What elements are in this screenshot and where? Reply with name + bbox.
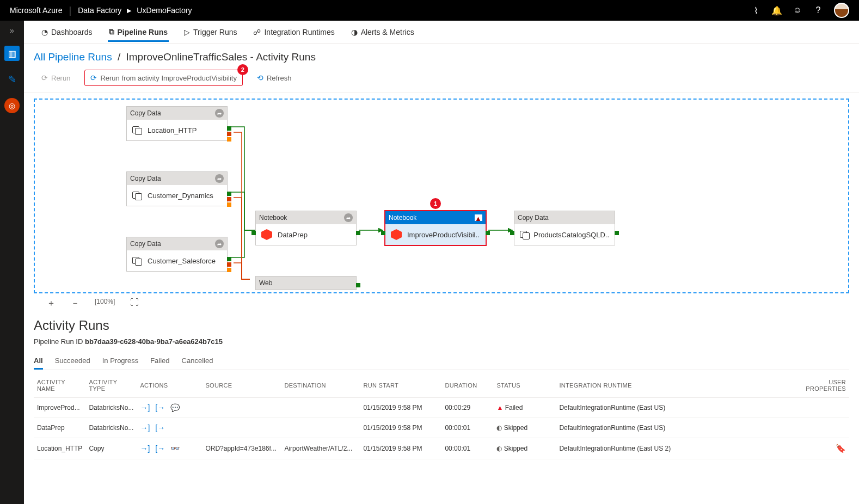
cell-status: Failed [493,398,556,418]
zoom-out-icon[interactable]: － [71,298,79,309]
share-icon: ➦ [215,239,224,248]
details-icon[interactable]: 👓 [170,444,180,453]
warning-icon: ▲ [475,214,482,221]
col-destination[interactable]: Destination [281,373,360,398]
node-type: Copy Data [130,109,161,117]
col-source[interactable]: Source [202,373,281,398]
chat-icon[interactable]: 💬 [170,403,180,412]
node-dataprep[interactable]: Notebook➦ DataPrep [255,211,357,245]
fullscreen-icon[interactable]: ⛶ [130,298,139,309]
tab-pipeline-runs[interactable]: ⧉Pipeline Runs [108,22,169,42]
zoom-in-icon[interactable]: ＋ [47,298,56,309]
cell-run-start: 01/15/2019 9:58 PM [360,418,441,438]
output-icon[interactable]: [→ [155,423,165,432]
col-activity-name[interactable]: Activity Name [34,373,85,398]
table-row[interactable]: DataPrepDatabricksNo...→][→01/15/2019 9:… [34,418,849,438]
tab-integration-runtimes[interactable]: ☍Integration Runtimes [252,22,335,42]
node-customer-dynamics[interactable]: Copy Data➦ Customer_Dynamics [126,171,228,206]
refresh-button[interactable]: ⟲Refresh [257,73,292,82]
play-icon: ▷ [184,28,190,36]
input-icon[interactable]: →] [140,423,150,432]
node-location-http[interactable]: Copy Data➦ Location_HTTP [126,106,228,141]
callout-badge-2: 2 [237,64,248,75]
database-icon [132,126,142,134]
cell-integration-runtime: DefaultIntegrationRuntime (East US 2) [556,438,789,459]
col-status[interactable]: Status [493,373,556,398]
input-icon[interactable]: →] [140,403,150,412]
cell-source [202,418,281,438]
input-icon[interactable]: →] [140,444,150,453]
node-title: ImproveProductVisibil.. [407,231,480,239]
zoom-fit-icon[interactable]: [100%] [95,298,115,309]
node-title: ProductsCatalogSQLD.. [533,231,609,239]
col-duration[interactable]: Duration [441,373,493,398]
tab-label: Pipeline Runs [118,28,168,36]
author-icon[interactable]: ✎ [4,72,20,87]
tab-dashboards[interactable]: ◔Dashboards [40,22,94,42]
filter-succeeded[interactable]: Succeeded [55,353,90,370]
table-row[interactable]: ImproveProd...DatabricksNo...→][→💬01/15/… [34,398,849,418]
tab-alerts[interactable]: ◑Alerts & Metrics [350,22,415,42]
node-web[interactable]: Web [255,276,357,290]
filter-cancelled[interactable]: Cancelled [182,353,213,370]
tab-label: Alerts & Metrics [361,28,414,36]
node-customer-salesforce[interactable]: Copy Data➦ Customer_Salesforce [126,237,228,272]
share-icon: ➦ [215,174,224,183]
row-actions: →][→ [140,423,199,432]
canvas-toolbar: ＋ － [100%] ⛶ [34,293,849,314]
cell-activity-type: Copy [85,438,137,459]
database-icon [132,257,142,265]
tab-trigger-runs[interactable]: ▷Trigger Runs [183,22,238,42]
cell-source [202,398,281,418]
table-row[interactable]: Location_HTTPCopy→][→👓ORD?appId=473e186f… [34,438,849,459]
rerun-button[interactable]: ⟳Rerun [41,73,70,82]
cell-activity-name: DataPrep [34,418,85,438]
col-user-properties[interactable]: User Properties [789,373,849,398]
col-activity-type[interactable]: Activity Type [85,373,137,398]
left-sidebar: » ▥ ✎ ◎ [0,21,24,504]
activity-runs-table: Activity Name Activity Type Actions Sour… [34,373,849,459]
refresh-icon: ⟲ [257,73,263,82]
bookmark-icon[interactable]: 🔖 [836,444,846,453]
pipeline-canvas[interactable]: Copy Data➦ Location_HTTP Copy Data➦ Cust… [34,99,849,293]
manage-icon[interactable]: ◎ [4,98,20,113]
rerun-from-label: Rerun from activity ImproveProductVisibi… [100,74,236,82]
node-improve-product-visibility[interactable]: 1 Notebook▲ ImproveProductVisibil.. [385,211,486,245]
feedback-icon[interactable]: ☺ [787,5,808,15]
azure-top-bar: Microsoft Azure | Data Factory ▶ UxDemoF… [0,0,859,21]
monitor-icon[interactable]: ▥ [4,46,20,61]
cell-activity-type: DatabricksNo... [85,398,137,418]
breadcrumb-root[interactable]: All Pipeline Runs [34,51,112,63]
col-run-start[interactable]: Run Start [360,373,441,398]
tab-label: Dashboards [51,28,93,36]
cell-user-properties: 🔖 [789,438,849,459]
breadcrumb-arrow-icon: ▶ [127,7,131,14]
service-label[interactable]: Data Factory [78,6,121,15]
expand-sidebar-icon[interactable]: » [10,26,14,35]
cell-destination [281,398,360,418]
avatar[interactable] [834,3,849,18]
col-integration-runtime[interactable]: Integration Runtime [556,373,789,398]
rerun-from-activity-button[interactable]: ⟳ Rerun from activity ImproveProductVisi… [84,70,242,86]
node-products-catalog[interactable]: Copy Data ProductsCatalogSQLD.. [514,211,615,245]
node-title: DataPrep [278,231,308,239]
output-icon[interactable]: [→ [155,403,165,412]
separator: | [69,5,71,16]
cell-duration: 00:00:01 [441,418,493,438]
output-icon[interactable]: [→ [155,444,165,453]
database-icon [520,231,528,238]
notifications-icon[interactable]: 🔔 [766,5,787,16]
filter-in-progress[interactable]: In Progress [102,353,138,370]
cell-status: Skipped [493,418,556,438]
filter-failed[interactable]: Failed [150,353,169,370]
help-icon[interactable]: ? [808,5,829,15]
cell-status: Skipped [493,438,556,459]
factory-label[interactable]: UxDemoFactory [137,6,192,15]
cloud-shell-icon[interactable]: ⌇ [746,5,766,16]
filter-all[interactable]: All [34,353,43,370]
node-type: Notebook [389,214,416,222]
col-actions: Actions [137,373,202,398]
nav-tabs: ◔Dashboards ⧉Pipeline Runs ▷Trigger Runs… [24,21,859,44]
node-type: Copy Data [130,240,161,248]
rerun-label: Rerun [51,74,70,82]
